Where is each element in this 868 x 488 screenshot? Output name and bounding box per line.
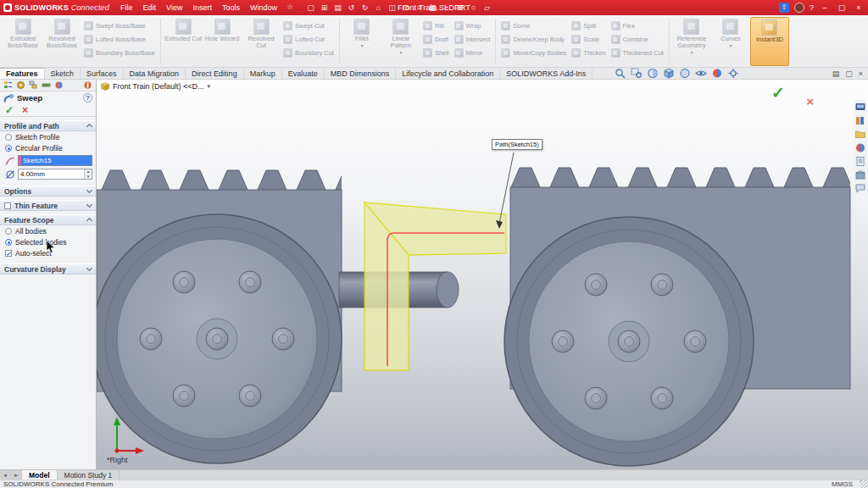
swept-cut-button[interactable]: Swept Cut — [281, 19, 337, 32]
undo-icon[interactable]: ↺ — [346, 3, 357, 14]
all-bodies-radio[interactable]: All bodies — [5, 227, 92, 236]
tab-model[interactable]: Model — [22, 470, 58, 480]
menu-tools[interactable]: Tools — [218, 3, 244, 13]
combine-button[interactable]: Combine — [609, 33, 666, 46]
user-avatar[interactable] — [794, 3, 804, 13]
linear-pattern-button[interactable]: Linear Pattern ▾ — [381, 17, 420, 66]
extruded-cut-button[interactable]: Extruded Cut — [164, 17, 203, 66]
menu-edit[interactable]: Edit — [139, 3, 161, 13]
tab-features[interactable]: Features — [0, 68, 45, 79]
extruded-boss-button[interactable]: Extruded Boss/Base — [3, 17, 42, 66]
pm-help-icon[interactable]: ? — [83, 93, 92, 103]
shell-button[interactable]: Shell — [420, 47, 452, 59]
menu-pin-icon[interactable]: ☆ — [283, 3, 297, 13]
threedexperience-icon[interactable] — [854, 102, 866, 113]
diameter-value[interactable]: 4.00mm — [19, 170, 84, 178]
pm-ok-button[interactable]: ✓ — [5, 105, 14, 116]
section-curvature-display[interactable]: Curvature Display — [0, 263, 96, 274]
section-thin-feature[interactable]: Thin Feature — [0, 200, 96, 211]
tab-direct-editing[interactable]: Direct Editing — [186, 68, 244, 79]
displaymanager-icon[interactable] — [54, 80, 64, 90]
close-button[interactable]: × — [853, 0, 865, 15]
curves-button[interactable]: Curves ▾ — [711, 17, 750, 66]
tab-data-migration[interactable]: Data Migration — [124, 68, 186, 79]
boundary-cut-button[interactable]: Boundary Cut — [281, 47, 337, 59]
toolbar-icon-7[interactable]: ◫ — [387, 3, 398, 14]
edit-appearance-icon[interactable] — [711, 68, 723, 79]
linear-pattern-dropdown-icon[interactable]: ▾ — [399, 50, 402, 55]
minimize-button[interactable]: – — [819, 0, 831, 15]
tab-surfaces[interactable]: Surfaces — [81, 68, 124, 79]
boundary-boss-button[interactable]: Boundary Boss/Base — [81, 47, 158, 59]
circular-profile-radio[interactable]: Circular Profile — [5, 144, 92, 152]
custom-properties-icon[interactable] — [854, 156, 866, 167]
toolbar-icon-6[interactable]: ⌂ — [373, 3, 384, 14]
thickened-cut-button[interactable]: Thickened Cut — [609, 47, 666, 59]
path-selection-box[interactable]: Sketch15 — [18, 155, 92, 166]
feature-tree-breadcrumb[interactable]: Front Train (Default) <<D... ▾ — [101, 82, 210, 91]
help-icon[interactable]: ? — [810, 3, 814, 12]
section-profile-and-path[interactable]: Profile and Path — [0, 120, 96, 131]
pm-cancel-button[interactable]: × — [22, 105, 28, 116]
featuremanager-design-tree-icon[interactable] — [3, 80, 13, 90]
tab-lifecycle-collaboration[interactable]: Lifecycle and Collaboration — [396, 68, 500, 79]
delete-keep-body-button[interactable]: Delete/Keep Body — [498, 33, 569, 46]
breadcrumb-expand-icon[interactable]: ▾ — [208, 83, 211, 90]
zoom-area-icon[interactable] — [631, 68, 643, 79]
flex-button[interactable]: Flex — [609, 19, 666, 32]
tab-solidworks-addins[interactable]: SOLIDWORKS Add-Ins — [500, 68, 593, 79]
diameter-input[interactable]: 4.00mm ▴ ▾ — [18, 169, 92, 180]
doc-close-icon[interactable]: × — [859, 69, 863, 78]
forum-icon[interactable] — [854, 183, 866, 194]
curves-dropdown-icon[interactable]: ▾ — [729, 43, 732, 48]
toolbar-icon-1[interactable]: ▢ — [305, 3, 316, 14]
toolbar-icon-14[interactable]: ▱ — [481, 3, 492, 14]
swept-boss-button[interactable]: Swept Boss/Base — [81, 19, 158, 32]
tab-motion-study[interactable]: Motion Study 1 — [58, 470, 120, 480]
diameter-stepper[interactable]: ▴ ▾ — [84, 169, 92, 179]
view-settings-icon[interactable] — [727, 68, 739, 79]
hide-show-items-icon[interactable] — [695, 68, 707, 79]
sketch-profile-radio[interactable]: Sketch Profile — [5, 133, 92, 141]
scale-button[interactable]: Scale — [569, 33, 608, 46]
reference-geometry-button[interactable]: Reference Geometry ▾ — [672, 17, 711, 66]
configurationmanager-icon[interactable] — [29, 80, 38, 90]
view-orientation-icon[interactable] — [663, 68, 675, 79]
rib-button[interactable]: Rib — [420, 19, 452, 32]
tab-evaluate[interactable]: Evaluate — [282, 68, 325, 79]
appearances-icon[interactable] — [854, 142, 866, 153]
toolbar-icon-2[interactable]: ⊞ — [319, 3, 330, 14]
draft-button[interactable]: Draft — [420, 33, 452, 46]
path-selection-value[interactable]: Sketch15 — [21, 156, 92, 165]
move-copy-bodies-button[interactable]: Move/Copy Bodies — [498, 47, 569, 59]
dome-button[interactable]: Dome — [498, 19, 569, 32]
reference-geometry-dropdown-icon[interactable]: ▾ — [690, 50, 693, 55]
tab-sketch[interactable]: Sketch — [45, 68, 81, 79]
fillet-dropdown-icon[interactable]: ▾ — [360, 43, 363, 48]
tab-markup[interactable]: Markup — [244, 68, 282, 79]
propertymanager-icon[interactable] — [16, 80, 25, 90]
dimxpertmanager-icon[interactable] — [42, 80, 51, 90]
tab-mbd-dimensions[interactable]: MBD Dimensions — [325, 68, 397, 79]
menu-insert[interactable]: Insert — [188, 3, 216, 13]
revolved-boss-button[interactable]: Revolved Boss/Base — [42, 17, 81, 66]
wrap-button[interactable]: Wrap — [452, 19, 493, 32]
section-options[interactable]: Options — [0, 186, 96, 197]
confirm-ok-icon[interactable]: ✓ — [771, 83, 785, 103]
doc-restore-icon[interactable]: ▢ — [845, 69, 853, 78]
lofted-cut-button[interactable]: Lofted Cut — [281, 33, 337, 46]
toolbar-icon-3[interactable]: ▤ — [332, 3, 343, 14]
spin-down-icon[interactable]: ▾ — [85, 175, 92, 180]
zoom-fit-icon[interactable] — [615, 68, 626, 79]
hole-wizard-button[interactable]: Hole Wizard — [203, 17, 242, 66]
model-canvas[interactable] — [97, 80, 868, 469]
menu-view[interactable]: View — [162, 3, 186, 13]
confirm-cancel-icon[interactable]: × — [806, 94, 814, 108]
section-view-icon[interactable] — [647, 68, 659, 79]
pack-and-go-icon[interactable] — [854, 169, 866, 180]
instant3d-button[interactable]: Instant3D — [750, 17, 789, 66]
restore-button[interactable]: ▢ — [836, 0, 848, 15]
mirror-button[interactable]: Mirror — [452, 47, 493, 59]
section-feature-scope[interactable]: Feature Scope — [0, 214, 96, 225]
revolved-cut-button[interactable]: Revolved Cut — [242, 17, 281, 66]
